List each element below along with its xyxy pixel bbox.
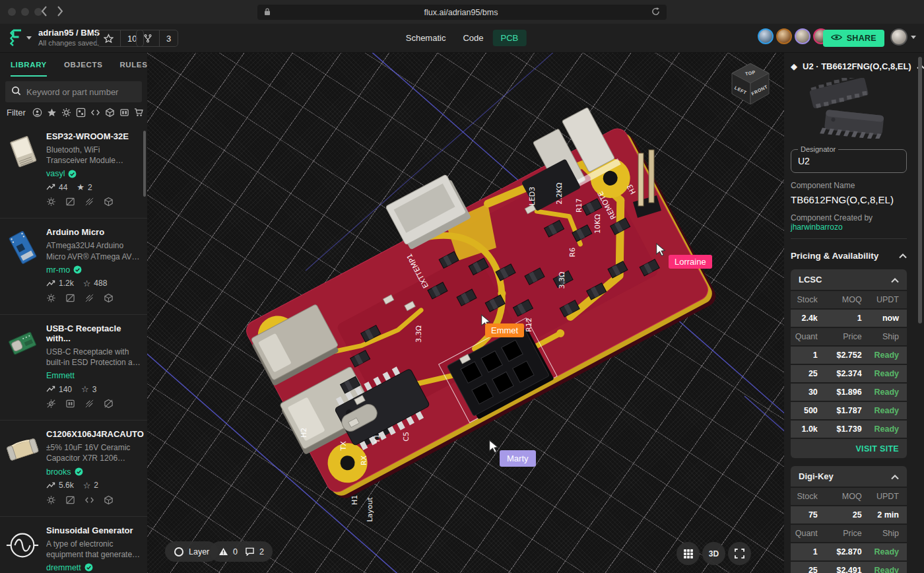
profile-menu[interactable] xyxy=(890,28,916,46)
verified-icon xyxy=(73,265,82,274)
avatar[interactable] xyxy=(795,28,810,44)
project-info[interactable]: adrian95 / BMS All changes saved. xyxy=(38,28,100,47)
fork-badge[interactable]: 3 xyxy=(136,30,178,47)
share-button[interactable]: SHARE xyxy=(823,30,884,47)
list-item[interactable]: Arduino Micro ATmega32U4 Arduino Micro A… xyxy=(0,218,147,314)
pricing-chevron-icon[interactable] xyxy=(899,250,907,261)
designator-field[interactable]: Designator xyxy=(791,145,907,173)
model-3d-icon xyxy=(104,293,114,306)
app-header: adrian95 / BMS All changes saved. 10 3 S… xyxy=(0,24,924,53)
list-item[interactable]: Sinusoidal Generator A type of electroni… xyxy=(0,516,147,573)
tab-objects[interactable]: OBJECTS xyxy=(64,61,103,77)
mode-3d-button[interactable]: 3D xyxy=(702,542,725,565)
star-count: 2 xyxy=(88,183,92,192)
issues-pill[interactable]: 0 2 xyxy=(210,541,273,562)
back-button[interactable] xyxy=(41,5,48,17)
vendor-lcsc-header[interactable]: LCSC xyxy=(791,269,907,290)
list-item[interactable]: ESP32-WROOM-32E Bluetooth, WiFi Transcei… xyxy=(0,123,147,218)
usage-count: 140 xyxy=(59,385,72,394)
silkscreen-label: RX xyxy=(360,455,368,465)
author-link[interactable]: dremmett xyxy=(46,563,81,572)
avatar[interactable] xyxy=(758,28,774,44)
profile-avatar xyxy=(890,28,908,46)
forward-button[interactable] xyxy=(57,5,63,17)
author-link[interactable]: brooks xyxy=(46,467,71,477)
reload-icon[interactable] xyxy=(651,7,660,18)
flux-logo[interactable] xyxy=(7,28,32,47)
window-controls[interactable] xyxy=(8,8,42,16)
model-3d-filter-icon[interactable] xyxy=(105,108,115,118)
person-filter-icon[interactable] xyxy=(32,108,42,118)
component-thumbnail xyxy=(5,134,40,168)
verified-icon xyxy=(84,563,93,572)
created-by-label: Component Created by xyxy=(791,213,873,222)
silkscreen-label: R12 xyxy=(525,318,533,332)
filter-bar: Filter xyxy=(0,106,147,123)
sidebar-scrollbar[interactable] xyxy=(143,131,146,197)
footprint-filter-icon[interactable] xyxy=(119,108,129,118)
designator-input[interactable] xyxy=(798,156,900,166)
list-item[interactable]: C1206X106J4RACAUTO ±5% 10uF 16V Ceramic … xyxy=(0,420,147,516)
silkscreen-label: C5 xyxy=(402,432,411,442)
visit-site-link[interactable]: VISIT SITE xyxy=(791,439,907,458)
search-input[interactable] xyxy=(26,87,136,97)
star-icon: ☆ xyxy=(81,384,89,394)
cart-filter-icon[interactable] xyxy=(134,108,144,118)
pcb-3d-viewport[interactable]: EXTTEMP1 REMOTE H3 RX TX H2 H1 Layout 3.… xyxy=(147,53,784,573)
component-thumbnail xyxy=(5,432,40,466)
fullscreen-button[interactable] xyxy=(728,542,751,565)
component-name-label: Component Name xyxy=(791,181,907,190)
star-count: 488 xyxy=(94,279,107,288)
price-row: 1$2.752Ready xyxy=(791,347,907,364)
symbol-disabled-icon xyxy=(84,197,94,209)
address-bar[interactable]: flux.ai/adrian95/bms xyxy=(257,5,667,20)
star-icon: ☆ xyxy=(83,279,91,288)
list-item[interactable]: USB-C Receptacle with... USB-C Receptacl… xyxy=(0,314,147,420)
symbol-disabled-icon xyxy=(84,293,94,306)
project-title: adrian95 / BMS xyxy=(38,28,100,38)
pcb-board[interactable]: EXTTEMP1 REMOTE H3 RX TX H2 H1 Layout 3.… xyxy=(220,88,735,535)
fullscreen-icon xyxy=(735,549,744,558)
tab-pcb[interactable]: PCB xyxy=(493,30,527,46)
tab-rules[interactable]: RULES xyxy=(119,61,147,77)
star-count: 3 xyxy=(92,385,97,394)
window-scrollbar[interactable] xyxy=(918,57,922,323)
usage-count: 44 xyxy=(59,183,67,192)
component-name-value: TB6612FNG(O,C,8,EL) xyxy=(791,194,907,205)
model-3d-icon xyxy=(104,197,114,209)
tab-library[interactable]: LIBRARY xyxy=(11,61,47,77)
vendor-digikey-header[interactable]: Digi-Key xyxy=(791,466,907,487)
footprint-disabled-icon xyxy=(65,197,75,209)
component-name: ESP32-WROOM-32E xyxy=(46,131,142,141)
layout-filter-icon[interactable] xyxy=(76,108,86,118)
author-link[interactable]: Emmett xyxy=(46,371,75,380)
stock-value-row: 75252 min xyxy=(791,506,907,523)
warning-icon xyxy=(218,547,228,556)
component-diamond-icon: ◆ xyxy=(791,61,797,71)
code-filter-icon[interactable] xyxy=(90,108,100,118)
star-count: 2 xyxy=(94,481,98,490)
tab-schematic[interactable]: Schematic xyxy=(398,30,454,46)
author-link[interactable]: vasyl xyxy=(46,169,65,178)
pricing-title: Pricing & Availability xyxy=(791,251,899,261)
star-filter-icon[interactable] xyxy=(47,108,57,118)
avatar[interactable] xyxy=(776,28,792,44)
component-thumbnail xyxy=(5,528,40,562)
grid-toggle-button[interactable] xyxy=(676,542,700,565)
tab-code[interactable]: Code xyxy=(455,30,491,46)
view-cube[interactable]: TOP LEFT FRONT xyxy=(727,59,774,111)
silkscreen-label: R17 xyxy=(575,198,583,213)
eye-icon xyxy=(831,34,842,43)
part-search[interactable] xyxy=(5,81,142,102)
price-row: 30$1.896Ready xyxy=(791,384,907,401)
component-desc: ATmega32U4 Arduino Micro AVR® ATmega AVR… xyxy=(46,240,142,261)
component-list: ESP32-WROOM-32E Bluetooth, WiFi Transcei… xyxy=(0,123,147,573)
created-by-link[interactable]: jharwinbarrozo xyxy=(791,222,843,232)
silkscreen-label: 3.3Ω xyxy=(414,325,423,343)
price-row: 25$2.374Ready xyxy=(791,365,907,382)
usage-count: 5.6k xyxy=(59,481,74,490)
model-3d-disabled-icon xyxy=(104,399,114,411)
chip-filter-icon[interactable] xyxy=(61,108,71,118)
sidebar-tabs: LIBRARY OBJECTS RULES xyxy=(0,53,147,77)
author-link[interactable]: mr-mo xyxy=(46,265,70,275)
